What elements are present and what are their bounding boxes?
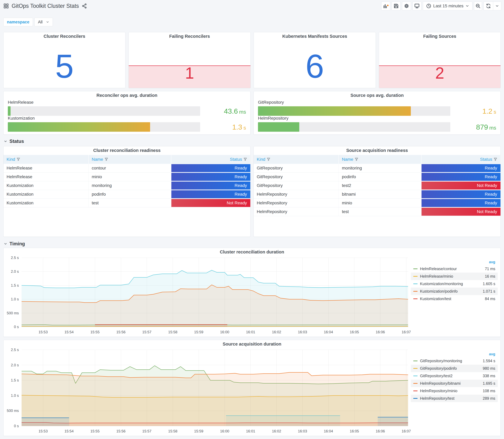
panel-title: Source acquisition readiness: [254, 146, 501, 154]
legend-series-swatch: [413, 390, 418, 391]
table-panel-cluster-readiness: Cluster reconciliation readiness Kind Na…: [3, 146, 250, 237]
column-header-name[interactable]: Name: [339, 155, 421, 164]
legend-series-name[interactable]: HelmRepository/bitnami: [420, 381, 483, 386]
save-dashboard-button[interactable]: [392, 1, 401, 10]
legend-item: Kustomization/monitoring1.605 s: [411, 280, 498, 288]
legend-item: GitRepository/podinfo980 ms: [411, 365, 498, 372]
table-body: GitRepositorymonitoringReadyGitRepositor…: [254, 164, 501, 216]
cell-kind: GitRepository: [254, 164, 339, 172]
gauge-row: HelmRepository 879ms: [258, 116, 496, 132]
column-header-name[interactable]: Name: [89, 155, 171, 164]
legend-avg-value: 108 ms: [483, 389, 495, 393]
legend-header-avg[interactable]: avg: [411, 260, 498, 265]
legend-series-name[interactable]: GitRepository/podinfo: [420, 366, 483, 371]
status-badge: Ready: [421, 173, 501, 181]
legend-series-swatch: [413, 361, 418, 361]
y-tick-label: 2.0 s: [11, 269, 19, 273]
page-header: GitOps Toolkit Cluster Stats: [0, 0, 504, 12]
cycle-view-button[interactable]: [413, 1, 421, 10]
x-tick-label: 16:06: [376, 330, 385, 334]
filter-icon: [244, 158, 247, 161]
gauge-value: 879ms: [450, 123, 496, 131]
time-range-label: Last 15 minutes: [433, 3, 464, 8]
dashboard-settings-button[interactable]: [402, 1, 411, 10]
legend-series-name[interactable]: HelmRepository/minio: [420, 389, 483, 393]
cell-kind: Kustomization: [3, 190, 89, 198]
add-panel-button[interactable]: [381, 1, 390, 10]
timeseries-chart[interactable]: 15:5315:5415:5515:5615:5715:5815:5916:00…: [4, 347, 411, 435]
table-row: GitRepositorytest2Not Ready: [254, 181, 501, 190]
variable-value-dropdown[interactable]: All: [35, 18, 53, 26]
legend-item: HelmRelease/contour71 ms: [411, 265, 498, 273]
y-tick-label: 2.0 s: [11, 363, 19, 367]
cell-name: minio: [339, 199, 421, 207]
legend-avg-value: 1.594 s: [483, 359, 495, 363]
x-tick-label: 16:01: [246, 429, 255, 433]
cell-name: test: [339, 207, 421, 216]
stat-value: 1: [185, 65, 194, 81]
legend-series-name[interactable]: HelmRepository/test: [420, 396, 483, 401]
legend-series-name[interactable]: GitRepository/test2: [420, 374, 483, 378]
cell-name: contour: [89, 164, 171, 172]
y-tick-label: 2.5 s: [11, 256, 19, 260]
table-row: HelmReleaseminioReady: [3, 172, 250, 181]
column-header-kind[interactable]: Kind: [3, 155, 89, 164]
legend-series-name[interactable]: Kustomization/podinfo: [420, 289, 483, 293]
legend-series-name[interactable]: Kustomization/test: [420, 297, 485, 301]
x-tick-label: 15:57: [142, 330, 151, 334]
column-header-status[interactable]: Status: [171, 155, 250, 164]
legend-series-name[interactable]: GitRepository/monitoring: [420, 359, 483, 363]
panel-title: Source acquisition duration: [3, 340, 501, 348]
legend-series-name[interactable]: Kustomization/monitoring: [420, 282, 483, 286]
column-header-status[interactable]: Status: [421, 155, 501, 164]
time-range-picker[interactable]: Last 15 minutes: [423, 1, 472, 10]
legend-series-name[interactable]: HelmRelease/minio: [420, 274, 485, 279]
cell-status: Ready: [171, 181, 250, 190]
legend-item: HelmRelease/minio16 ms: [411, 273, 498, 280]
refresh-interval-dropdown[interactable]: [493, 2, 501, 10]
gauge-value: 43.6ms: [200, 107, 246, 115]
chevron-down-icon: [4, 139, 7, 143]
variables-row: namespace All: [3, 18, 53, 26]
status-badge: Not Ready: [171, 199, 250, 207]
dashboard-grid-icon[interactable]: [3, 3, 9, 9]
variable-label-namespace[interactable]: namespace: [3, 18, 33, 26]
legend-series-swatch: [413, 383, 418, 384]
legend-header-avg[interactable]: avg: [411, 352, 498, 357]
zoom-out-button[interactable]: [474, 1, 482, 10]
cell-name: test: [89, 199, 171, 207]
cell-name: podinfo: [339, 172, 421, 181]
legend-avg-value: 338 ms: [483, 374, 495, 378]
share-icon[interactable]: [82, 3, 87, 9]
cell-kind: HelmRepository: [254, 207, 339, 216]
refresh-button[interactable]: [484, 2, 493, 10]
table-row: GitRepositorymonitoringReady: [254, 164, 501, 172]
table-row: GitRepositorypodinfoReady: [254, 172, 501, 181]
gauge-fill: [258, 106, 411, 116]
timeseries-chart[interactable]: 15:5315:5415:5515:5615:5715:5815:5916:00…: [4, 255, 411, 336]
y-tick-label: 1.0 s: [11, 393, 19, 398]
x-tick-label: 16:02: [272, 429, 281, 433]
legend-item: HelmRepository/test289 ms: [411, 395, 498, 402]
gauge-fill: [8, 122, 150, 132]
legend-series-swatch: [413, 291, 418, 292]
cell-status: Ready: [171, 164, 250, 172]
series-area: [95, 325, 227, 327]
gauge-track: [8, 122, 200, 132]
legend-series-name[interactable]: HelmRelease/contour: [420, 267, 485, 271]
stat-value: 6: [305, 49, 324, 83]
x-tick-label: 15:54: [64, 429, 74, 433]
x-tick-label: 16:07: [402, 330, 411, 334]
status-badge: Not Ready: [421, 182, 501, 190]
column-header-kind[interactable]: Kind: [254, 155, 339, 164]
section-header-timing[interactable]: Timing: [4, 241, 25, 247]
y-tick-label: 2.5 s: [11, 348, 19, 352]
table-row: KustomizationtestNot Ready: [3, 199, 250, 207]
legend-series-swatch: [413, 298, 418, 299]
y-tick-label: 500 ms: [7, 409, 19, 413]
table-panel-source-readiness: Source acquisition readiness Kind Name S…: [254, 146, 501, 237]
section-header-status[interactable]: Status: [4, 139, 24, 144]
legend-series-swatch: [413, 398, 418, 399]
table-row: KustomizationmonitoringReady: [3, 181, 250, 190]
x-tick-label: 15:56: [116, 429, 125, 433]
